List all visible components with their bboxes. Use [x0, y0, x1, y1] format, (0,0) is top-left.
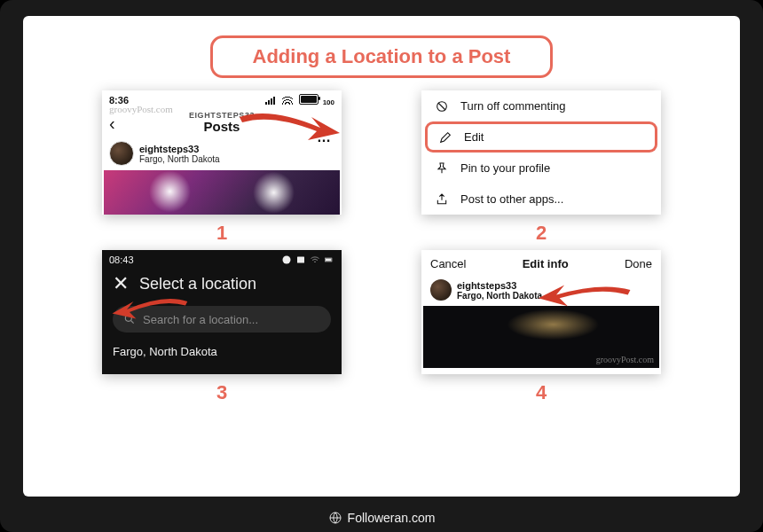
pencil-icon	[437, 130, 453, 145]
post-byline: eightsteps33 Fargo, North Dakota	[102, 134, 342, 169]
picture-icon	[295, 254, 306, 265]
post-location[interactable]: Fargo, North Dakota	[139, 154, 220, 164]
footer-label: Followeran.com	[348, 511, 436, 525]
screenshot-4: Cancel Edit info Done eightsteps33 Fargo…	[421, 250, 661, 374]
battery-label: 100	[323, 98, 334, 106]
battery-icon	[299, 94, 319, 105]
header-title: Posts	[102, 120, 342, 134]
menu-edit[interactable]: Edit	[425, 121, 657, 153]
avatar[interactable]	[430, 279, 452, 301]
reddit-icon	[281, 254, 292, 265]
svg-point-6	[125, 315, 131, 321]
menu-label: Edit	[464, 130, 484, 144]
status-time: 08:43	[109, 254, 134, 265]
post-location[interactable]: Fargo, North Dakota	[457, 291, 542, 301]
more-options-button[interactable]: …	[317, 129, 333, 145]
cancel-button[interactable]: Cancel	[430, 257, 466, 270]
avatar[interactable]	[109, 141, 134, 166]
step-3-cell: 08:43 ✕ Select a location	[89, 250, 355, 404]
menu-label: Pin to your profile	[460, 161, 550, 175]
sheet-title: Select a location	[139, 275, 256, 293]
svg-rect-3	[297, 257, 304, 263]
step-2-cell: Turn off commenting Edit Pin to your pro…	[408, 90, 674, 245]
location-result[interactable]: Fargo, North Dakota	[102, 332, 342, 358]
page-title: Adding a Location to a Post	[210, 35, 553, 78]
svg-point-2	[283, 256, 291, 264]
step-number: 1	[216, 222, 227, 245]
step-4-cell: Cancel Edit info Done eightsteps33 Fargo…	[408, 250, 674, 404]
menu-pin-to-profile[interactable]: Pin to your profile	[421, 153, 661, 184]
done-button[interactable]: Done	[625, 257, 652, 270]
nav-bar: Cancel Edit info Done	[421, 250, 661, 274]
tutorial-card: Adding a Location to a Post 8:36 100 gro	[23, 16, 740, 497]
globe-icon	[328, 511, 342, 525]
signal-icon	[265, 97, 275, 105]
footer-brand: Followeran.com	[0, 511, 763, 525]
step-number: 2	[536, 222, 547, 245]
post-image[interactable]	[104, 170, 340, 215]
screenshot-1: 8:36 100 groovyPost.com ‹ EIGHTSTEPS33 P…	[102, 90, 342, 215]
search-placeholder: Search for a location...	[143, 313, 258, 326]
post-byline: eightsteps33 Fargo, North Dakota	[421, 274, 661, 304]
status-bar: 08:43	[102, 250, 342, 265]
step-number: 3	[216, 381, 227, 404]
close-button[interactable]: ✕	[113, 274, 129, 293]
svg-line-1	[438, 103, 445, 110]
nav-title: Edit info	[523, 257, 569, 270]
sheet-header: ✕ Select a location	[102, 265, 342, 301]
svg-rect-5	[326, 259, 332, 262]
post-meta: eightsteps33 Fargo, North Dakota	[139, 144, 220, 164]
svg-line-7	[131, 321, 134, 324]
wifi-icon	[282, 94, 293, 105]
battery-icon	[324, 254, 334, 265]
post-meta: eightsteps33 Fargo, North Dakota	[457, 280, 542, 301]
watermark: groovyPost.com	[596, 355, 654, 364]
post-username[interactable]: eightsteps33	[139, 144, 220, 154]
wifi-icon	[310, 254, 320, 265]
watermark: groovyPost.com	[109, 104, 173, 114]
post-username[interactable]: eightsteps33	[457, 280, 542, 291]
step-number: 4	[536, 381, 547, 404]
device-frame: Adding a Location to a Post 8:36 100 gro	[0, 0, 763, 532]
pin-icon	[434, 161, 450, 176]
comment-off-icon	[434, 99, 450, 113]
screenshot-3: 08:43 ✕ Select a location	[102, 250, 342, 374]
menu-label: Turn off commenting	[460, 99, 566, 113]
screenshot-2: Turn off commenting Edit Pin to your pro…	[421, 90, 661, 215]
steps-grid: 8:36 100 groovyPost.com ‹ EIGHTSTEPS33 P…	[23, 90, 740, 404]
menu-label: Post to other apps...	[460, 192, 563, 206]
search-input[interactable]: Search for a location...	[113, 306, 331, 332]
menu-turn-off-commenting[interactable]: Turn off commenting	[421, 90, 661, 121]
share-icon	[434, 192, 450, 207]
post-image[interactable]: groovyPost.com	[423, 306, 659, 368]
back-button[interactable]: ‹	[109, 113, 115, 134]
step-1-cell: 8:36 100 groovyPost.com ‹ EIGHTSTEPS33 P…	[89, 90, 355, 245]
status-right	[281, 254, 334, 265]
menu-post-to-other-apps[interactable]: Post to other apps...	[421, 184, 661, 215]
status-right: 100	[265, 94, 334, 106]
search-icon	[123, 313, 136, 325]
